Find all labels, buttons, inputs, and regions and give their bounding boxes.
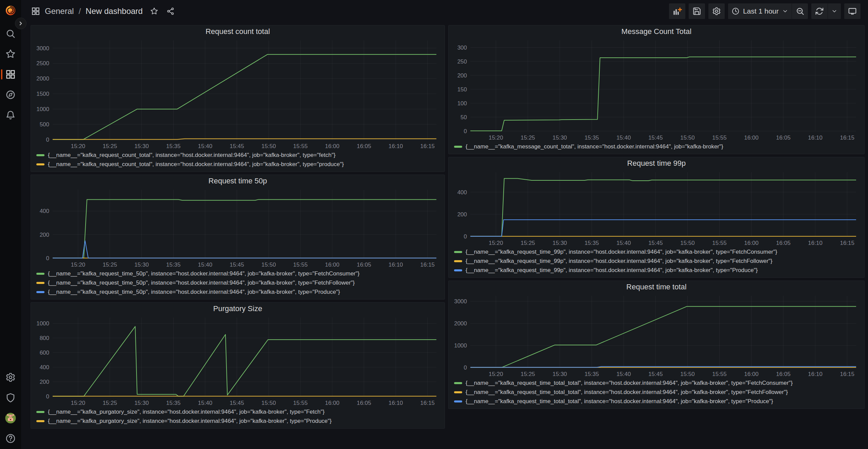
series-color-swatch bbox=[36, 411, 44, 413]
breadcrumb-section[interactable]: General bbox=[45, 6, 74, 16]
legend-label: {__name__="kafka_request_time_total_tota… bbox=[466, 398, 773, 405]
active-section-indicator bbox=[1, 69, 2, 79]
svg-text:16:00: 16:00 bbox=[744, 240, 759, 246]
chart-area: 15:2015:2515:3015:3515:4015:4515:5015:55… bbox=[449, 38, 864, 141]
search-icon bbox=[5, 29, 16, 39]
series-color-swatch bbox=[454, 382, 462, 384]
legend: {__name__="kafka_request_count_total", i… bbox=[31, 150, 445, 169]
sidebar-item-alerting[interactable] bbox=[3, 108, 18, 122]
time-series-plot[interactable]: 15:2015:2515:3015:3515:4015:4515:5015:55… bbox=[33, 38, 442, 150]
svg-text:16:05: 16:05 bbox=[776, 371, 791, 377]
sidebar-item-search[interactable] bbox=[3, 26, 18, 41]
chart-area: 15:2015:2515:3015:3515:4015:4515:5015:55… bbox=[449, 169, 864, 247]
svg-text:400: 400 bbox=[457, 189, 467, 196]
panel-header[interactable]: Request time total bbox=[449, 281, 864, 293]
svg-text:15:50: 15:50 bbox=[680, 134, 695, 141]
svg-text:16:05: 16:05 bbox=[776, 240, 791, 246]
svg-text:15:35: 15:35 bbox=[584, 240, 599, 246]
legend-item[interactable]: {__name__="kafka_request_time_50p", inst… bbox=[36, 269, 445, 278]
svg-text:200: 200 bbox=[40, 232, 49, 238]
legend-item[interactable]: {__name__="kafka_request_count_total", i… bbox=[36, 150, 445, 160]
legend-item[interactable]: {__name__="kafka_request_time_99p", inst… bbox=[454, 247, 864, 256]
add-panel-icon bbox=[672, 6, 682, 16]
legend-item[interactable]: {__name__="kafka_purgatory_size", instan… bbox=[36, 416, 445, 426]
refresh-interval-dropdown[interactable] bbox=[828, 3, 841, 19]
svg-text:15:55: 15:55 bbox=[293, 262, 308, 268]
legend-item[interactable]: {__name__="kafka_request_time_99p", inst… bbox=[454, 256, 864, 266]
panel-header[interactable]: Purgatory Size bbox=[31, 303, 445, 315]
favorite-dashboard-button[interactable] bbox=[150, 7, 158, 15]
sidebar-item-help[interactable] bbox=[3, 431, 18, 446]
legend-item[interactable]: {__name__="kafka_request_time_99p", inst… bbox=[454, 266, 864, 275]
legend-label: {__name__="kafka_request_time_50p", inst… bbox=[48, 289, 340, 295]
svg-text:16:05: 16:05 bbox=[357, 262, 371, 268]
time-series-plot[interactable]: 15:2015:2515:3015:3515:4015:4515:5015:55… bbox=[451, 38, 862, 141]
share-dashboard-button[interactable] bbox=[166, 7, 175, 15]
legend-item[interactable]: {__name__="kafka_request_time_total_tota… bbox=[454, 397, 864, 406]
svg-text:16:00: 16:00 bbox=[325, 143, 340, 149]
save-dashboard-button[interactable] bbox=[689, 3, 705, 19]
refresh-button[interactable] bbox=[811, 3, 828, 19]
dashboard-settings-button[interactable] bbox=[708, 3, 725, 19]
svg-text:15:55: 15:55 bbox=[712, 240, 727, 246]
sidebar-item-configuration[interactable] bbox=[3, 370, 18, 384]
sidebar-item-user-profile[interactable] bbox=[3, 411, 18, 425]
svg-text:250: 250 bbox=[457, 58, 467, 65]
legend-item[interactable]: {__name__="kafka_request_time_total_tota… bbox=[454, 388, 864, 397]
svg-text:15:30: 15:30 bbox=[134, 400, 149, 406]
legend-item[interactable]: {__name__="kafka_request_time_total_tota… bbox=[454, 378, 864, 388]
apps-icon bbox=[31, 7, 40, 16]
time-series-plot[interactable]: 15:2015:2515:3015:3515:4015:4515:5015:55… bbox=[33, 187, 442, 268]
legend-item[interactable]: {__name__="kafka_request_count_total", i… bbox=[36, 160, 445, 169]
svg-text:15:50: 15:50 bbox=[261, 262, 276, 268]
grafana-logo[interactable] bbox=[3, 3, 18, 18]
svg-text:16:10: 16:10 bbox=[388, 143, 403, 149]
legend-item[interactable]: {__name__="kafka_purgatory_size", instan… bbox=[36, 407, 445, 416]
svg-text:15:50: 15:50 bbox=[261, 143, 276, 149]
svg-text:0: 0 bbox=[464, 233, 467, 240]
main-area: General / New dashboard bbox=[21, 0, 868, 449]
chevron-down-icon bbox=[782, 8, 788, 14]
sidebar-expand-button[interactable] bbox=[15, 18, 26, 29]
svg-text:15:20: 15:20 bbox=[71, 143, 86, 149]
time-series-plot[interactable]: 15:2015:2515:3015:3515:4015:4515:5015:55… bbox=[451, 169, 862, 247]
legend-item[interactable]: {__name__="kafka_message_count_total", i… bbox=[454, 142, 864, 151]
legend-item[interactable]: {__name__="kafka_request_time_50p", inst… bbox=[36, 278, 445, 287]
sidebar-item-server-admin[interactable] bbox=[3, 391, 18, 405]
time-range-label: Last 1 hour bbox=[743, 7, 779, 15]
time-picker-group: Last 1 hour bbox=[728, 3, 808, 19]
save-icon bbox=[692, 7, 701, 16]
svg-text:16:15: 16:15 bbox=[420, 262, 435, 268]
svg-text:100: 100 bbox=[457, 100, 467, 107]
time-series-plot[interactable]: 15:2015:2515:3015:3515:4015:4515:5015:55… bbox=[451, 293, 862, 378]
svg-text:200: 200 bbox=[40, 379, 49, 385]
svg-text:16:10: 16:10 bbox=[808, 240, 822, 246]
legend-item[interactable]: {__name__="kafka_request_time_50p", inst… bbox=[36, 287, 445, 297]
svg-text:15:25: 15:25 bbox=[103, 262, 117, 268]
panel-header[interactable]: Message Count Total bbox=[449, 25, 864, 38]
add-panel-button[interactable] bbox=[669, 3, 685, 19]
svg-text:15:40: 15:40 bbox=[616, 134, 631, 141]
time-range-button[interactable]: Last 1 hour bbox=[728, 3, 792, 19]
svg-text:1000: 1000 bbox=[36, 320, 49, 327]
sidebar-item-explore[interactable] bbox=[3, 88, 18, 102]
legend-label: {__name__="kafka_request_time_total_tota… bbox=[466, 389, 788, 396]
panel-request-time-total: Request time total 15:2015:2515:3015:351… bbox=[448, 281, 865, 409]
grafana-flame-icon bbox=[3, 3, 18, 17]
svg-text:15:20: 15:20 bbox=[489, 371, 503, 377]
chart-area: 15:2015:2515:3015:3515:4015:4515:5015:55… bbox=[31, 38, 445, 150]
sidebar-item-dashboards[interactable] bbox=[3, 67, 18, 82]
sidebar-nav-top bbox=[3, 26, 18, 122]
chart-area: 15:2015:2515:3015:3515:4015:4515:5015:55… bbox=[449, 293, 864, 378]
cycle-view-mode-button[interactable] bbox=[844, 3, 861, 19]
svg-text:15:30: 15:30 bbox=[134, 143, 149, 149]
panel-header[interactable]: Request time 99p bbox=[449, 157, 864, 169]
svg-text:15:45: 15:45 bbox=[230, 262, 244, 268]
sidebar-item-starred[interactable] bbox=[3, 47, 18, 61]
zoom-out-button[interactable] bbox=[792, 3, 808, 19]
question-circle-icon bbox=[5, 433, 16, 444]
panel-header[interactable]: Request time 50p bbox=[31, 175, 445, 187]
panel-header[interactable]: Request count total bbox=[31, 25, 445, 38]
legend-label: {__name__="kafka_purgatory_size", instan… bbox=[48, 418, 332, 425]
time-series-plot[interactable]: 15:2015:2515:3015:3515:4015:4515:5015:55… bbox=[33, 315, 442, 407]
